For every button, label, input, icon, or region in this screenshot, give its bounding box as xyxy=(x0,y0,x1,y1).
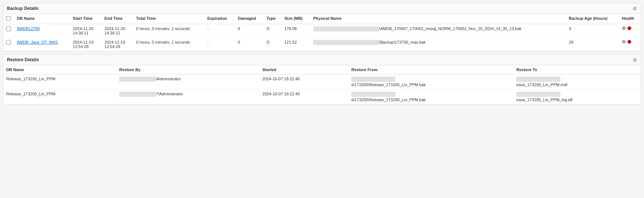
col-header-expiration: Expiration xyxy=(204,14,235,24)
row-end-time: 2024-11-2014:36:12 xyxy=(102,24,133,38)
restore-col-started: Started xyxy=(259,65,348,74)
row-db-name: AMDB_Java_DT_MAS xyxy=(14,38,70,51)
col-header-start-time: Start Time xyxy=(70,14,102,24)
restore-row-db-name: Release_173200_Lin_PPM xyxy=(3,89,116,104)
col-header-physical-name: Physical Name xyxy=(310,14,566,24)
restore-row-restore-from: el173200\Release_173200_Lin_PPM.bak xyxy=(348,74,513,89)
row-size: 178.08 xyxy=(282,24,310,38)
row-checkbox-cell[interactable] xyxy=(3,24,14,38)
health-dot-red xyxy=(627,40,631,44)
restore-col-db-name: DB Name xyxy=(3,65,116,74)
row-backup-age: 29 xyxy=(566,38,619,51)
row-physical-name: \AMDB_170007_170002_mssql_NORM_170002_No… xyxy=(310,24,566,38)
health-dot-red xyxy=(627,26,631,30)
restore-col-restore-to: Restore To xyxy=(513,65,641,74)
restore-row-restore-by: ?\Administrator xyxy=(116,89,259,104)
col-header-size: Size (MB) xyxy=(282,14,310,24)
backup-details-panel: Backup Details ⊘ DB Name Start Time End … xyxy=(3,3,641,51)
restore-table: DB Name Restore By Started Restore From … xyxy=(3,65,641,104)
restore-row-db-name: Release_173200_Lin_PPM xyxy=(3,74,116,89)
row-start-time: 2024-11-1912:54:28 xyxy=(70,38,102,51)
row-db-name: AMDB12789 xyxy=(14,24,70,38)
col-header-total-time: Total Time xyxy=(133,14,204,24)
row-physical-name: \Backup\173700_mas.bak xyxy=(310,38,566,51)
backup-panel-title: Backup Details xyxy=(7,6,39,11)
row-type: D xyxy=(264,38,282,51)
row-damaged: 0 xyxy=(235,38,264,51)
db-name-link[interactable]: AMDB_Java_DT_MAS xyxy=(17,40,58,44)
restore-row-started: 2024-10-07 18:22:46 xyxy=(259,74,348,89)
row-total-time: 0 hours, 0 minutes, 1 seconds xyxy=(133,24,204,38)
row-checkbox[interactable] xyxy=(6,26,11,31)
backup-panel-header: Backup Details ⊘ xyxy=(3,3,641,14)
select-all-checkbox[interactable] xyxy=(6,16,11,21)
restore-panel-icon[interactable]: ⊘ xyxy=(633,57,637,63)
backup-table: DB Name Start Time End Time Total Time E… xyxy=(3,14,641,51)
col-header-db-name: DB Name xyxy=(14,14,70,24)
restore-table-row: Release_173200_Lin_PPM \Administrator 20… xyxy=(3,74,641,89)
row-checkbox[interactable] xyxy=(6,40,11,45)
restore-table-row: Release_173200_Lin_PPM ?\Administrator 2… xyxy=(3,89,641,104)
restore-col-restore-from: Restore From xyxy=(348,65,513,74)
restore-row-started: 2024-10-07 18:22:46 xyxy=(259,89,348,104)
backup-table-row: AMDB12789 2024-11-2014:36:11 2024-11-201… xyxy=(3,24,641,38)
row-expiration: - xyxy=(204,38,235,51)
db-name-link[interactable]: AMDB12789 xyxy=(17,26,40,31)
restore-panel-title: Restore Details xyxy=(7,57,39,62)
col-header-type: Type xyxy=(264,14,282,24)
backup-table-row: AMDB_Java_DT_MAS 2024-11-1912:54:28 2024… xyxy=(3,38,641,51)
row-start-time: 2024-11-2014:36:11 xyxy=(70,24,102,38)
col-header-backup-age: Backup Age (Hours) xyxy=(566,14,619,24)
restore-row-restore-to: ease_173200_Lin_PPM.mdf xyxy=(513,74,641,89)
col-header-checkbox xyxy=(3,14,14,24)
row-end-time: 2024-11-1912:54:29 xyxy=(102,38,133,51)
row-type: D xyxy=(264,24,282,38)
row-backup-age: 3 xyxy=(566,24,619,38)
backup-panel-icon[interactable]: ⊘ xyxy=(633,6,637,11)
restore-row-restore-by: \Administrator xyxy=(116,74,259,89)
health-dot-gray xyxy=(622,26,626,30)
restore-panel-header: Restore Details ⊘ xyxy=(3,55,641,65)
col-header-health: Health xyxy=(619,14,641,24)
restore-row-restore-from: el173200\Release_173200_Lin_PPM.bak xyxy=(348,89,513,104)
restore-row-restore-to: ease_173200_Lin_PPM_log.ldf xyxy=(513,89,641,104)
row-size: 121.52 xyxy=(282,38,310,51)
row-health xyxy=(619,38,641,51)
row-health xyxy=(619,24,641,38)
row-damaged: 0 xyxy=(235,24,264,38)
row-expiration: - xyxy=(204,24,235,38)
col-header-damaged: Damaged xyxy=(235,14,264,24)
restore-details-panel: Restore Details ⊘ DB Name Restore By Sta… xyxy=(3,54,641,104)
row-checkbox-cell[interactable] xyxy=(3,38,14,51)
restore-col-restore-by: Restore By xyxy=(116,65,259,74)
col-header-end-time: End Time xyxy=(102,14,133,24)
row-total-time: 0 hours, 0 minutes, 1 seconds xyxy=(133,38,204,51)
health-dot-gray xyxy=(622,40,626,44)
